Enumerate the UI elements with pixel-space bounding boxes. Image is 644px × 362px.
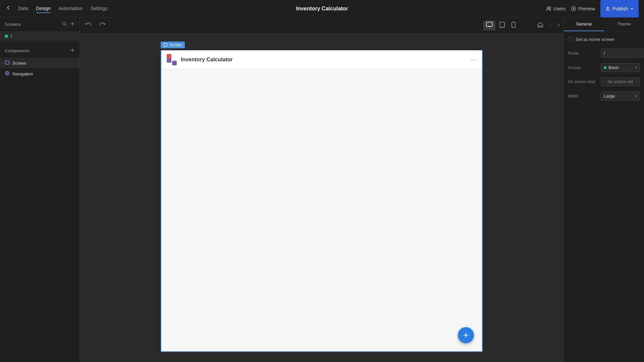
screens-header-actions bbox=[62, 21, 75, 27]
publish-button[interactable]: Publish bbox=[600, 0, 639, 17]
svg-point-18 bbox=[502, 26, 502, 27]
component-screen[interactable]: Screen bbox=[0, 58, 79, 68]
left-sidebar: Screens / bbox=[0, 17, 80, 362]
svg-marker-3 bbox=[573, 8, 575, 10]
preview-icon bbox=[571, 6, 576, 11]
home-button[interactable] bbox=[537, 22, 543, 29]
screen-content bbox=[161, 69, 482, 351]
components-header: Components bbox=[0, 44, 79, 58]
width-value: Large bbox=[604, 94, 615, 99]
sidebar-divider bbox=[0, 42, 79, 43]
access-label: Access bbox=[568, 65, 598, 70]
right-actions: Users Preview Publish bbox=[546, 0, 639, 17]
preview-button[interactable]: Preview bbox=[571, 6, 595, 11]
screen-route-item[interactable]: / bbox=[0, 31, 79, 41]
breadcrumb-separator: / bbox=[550, 22, 551, 28]
screen-route-label: / bbox=[11, 34, 12, 39]
tab-theme[interactable]: Theme bbox=[604, 17, 644, 31]
tab-automation[interactable]: Automation bbox=[59, 4, 83, 13]
nav-tabs: Data Design Automation Settings bbox=[18, 4, 108, 13]
no-actions-button[interactable]: No actions set bbox=[601, 77, 640, 86]
users-label: Users bbox=[553, 6, 566, 11]
screen-container: Screen bbox=[161, 50, 483, 352]
svg-rect-21 bbox=[164, 44, 167, 47]
route-label: Route bbox=[568, 51, 598, 56]
right-panel-content: Set as home screen Route Access Basic ▾ bbox=[564, 32, 644, 106]
screens-search-icon[interactable] bbox=[62, 21, 67, 27]
access-row: Access Basic ▾ bbox=[568, 63, 640, 72]
desktop-view-btn[interactable] bbox=[483, 20, 495, 31]
tab-general[interactable]: General bbox=[564, 17, 604, 31]
screens-section-header: Screens bbox=[0, 17, 79, 31]
components-add-icon[interactable] bbox=[70, 48, 75, 54]
mobile-view-btn[interactable] bbox=[509, 20, 518, 31]
screen-menu-button[interactable]: ⋯ bbox=[470, 56, 477, 64]
screen-active-dot bbox=[5, 35, 8, 38]
component-navigation[interactable]: Navigation bbox=[0, 68, 79, 79]
on-screen-load-label: On screen load bbox=[568, 79, 598, 84]
app-logo bbox=[167, 54, 177, 65]
toolbar-separator bbox=[528, 21, 528, 29]
svg-rect-19 bbox=[512, 22, 515, 27]
access-chevron-icon: ▾ bbox=[635, 66, 637, 69]
screen-badge-icon bbox=[163, 43, 167, 47]
publish-icon bbox=[605, 6, 610, 11]
screen-comp-icon bbox=[5, 60, 10, 66]
svg-point-20 bbox=[513, 26, 514, 27]
canvas-area: / / Screen bbox=[80, 17, 564, 362]
screen-comp-label: Screen bbox=[12, 61, 26, 66]
width-label: Width bbox=[568, 94, 598, 99]
navigation-comp-label: Navigation bbox=[12, 71, 33, 76]
on-screen-load-row: On screen load No actions set bbox=[568, 77, 640, 86]
back-button[interactable] bbox=[5, 5, 11, 12]
screen-canvas[interactable]: Inventory Calculator ⋯ + bbox=[161, 50, 483, 352]
app-title: Inventory Calculator bbox=[296, 6, 348, 12]
view-buttons bbox=[483, 20, 518, 31]
logo-square-3 bbox=[172, 61, 177, 65]
preview-label: Preview bbox=[578, 6, 595, 11]
right-panel-tabs: General Theme bbox=[564, 17, 644, 32]
users-button[interactable]: Users bbox=[546, 6, 566, 11]
tab-settings[interactable]: Settings bbox=[91, 4, 108, 13]
right-panel: General Theme Set as home screen Route A… bbox=[564, 17, 644, 362]
home-screen-checkbox[interactable] bbox=[568, 37, 573, 42]
route-row: Route bbox=[568, 49, 640, 58]
width-chevron-icon: ▾ bbox=[635, 94, 637, 98]
screen-title: Inventory Calculator bbox=[181, 57, 233, 63]
logo-square-2 bbox=[167, 58, 171, 63]
undo-button[interactable] bbox=[84, 20, 93, 31]
tab-design[interactable]: Design bbox=[36, 4, 51, 13]
home-screen-label: Set as home screen bbox=[576, 37, 614, 42]
route-input[interactable] bbox=[601, 49, 644, 58]
svg-point-0 bbox=[547, 7, 549, 9]
screens-add-icon[interactable] bbox=[70, 21, 75, 27]
users-icon bbox=[546, 6, 551, 11]
svg-point-1 bbox=[549, 7, 551, 8]
screen-badge-label: Screen bbox=[169, 43, 182, 47]
fab-button[interactable]: + bbox=[458, 327, 474, 343]
svg-point-4 bbox=[63, 22, 65, 25]
svg-rect-14 bbox=[486, 22, 492, 26]
width-select[interactable]: Large ▾ bbox=[601, 92, 640, 101]
screen-header: Inventory Calculator ⋯ bbox=[161, 50, 482, 69]
components-label: Components bbox=[5, 48, 30, 53]
svg-line-5 bbox=[65, 25, 67, 26]
redo-button[interactable] bbox=[98, 20, 107, 31]
access-value: Basic bbox=[608, 65, 619, 70]
width-row: Width Large ▾ bbox=[568, 92, 640, 101]
top-nav: Data Design Automation Settings Inventor… bbox=[0, 0, 644, 17]
home-screen-row: Set as home screen bbox=[568, 37, 640, 42]
svg-rect-10 bbox=[5, 61, 9, 64]
breadcrumb-slash: / bbox=[558, 23, 559, 28]
tab-data[interactable]: Data bbox=[18, 4, 28, 13]
canvas-wrapper: Screen bbox=[80, 34, 564, 362]
publish-chevron-icon bbox=[630, 7, 634, 11]
access-select[interactable]: Basic ▾ bbox=[601, 63, 640, 72]
publish-label: Publish bbox=[612, 6, 628, 11]
canvas-toolbar: / / bbox=[80, 17, 564, 34]
main-layout: Screens / bbox=[0, 17, 644, 362]
access-status-dot bbox=[604, 66, 606, 69]
screens-label: Screens bbox=[5, 22, 21, 27]
screen-badge: Screen bbox=[161, 42, 185, 48]
tablet-view-btn[interactable] bbox=[497, 20, 507, 31]
